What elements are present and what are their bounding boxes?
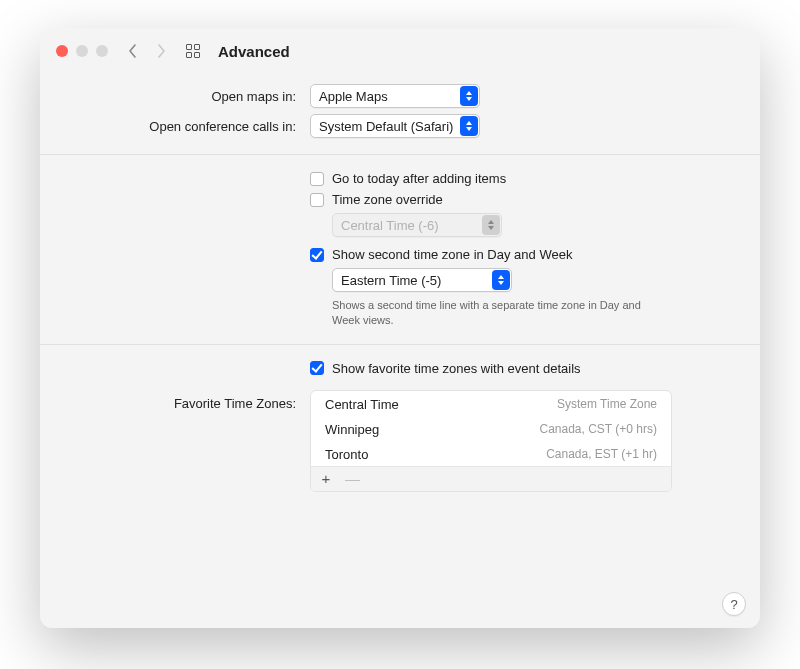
- go-to-today-checkbox[interactable]: [310, 172, 324, 186]
- preferences-body: Open maps in: Apple Maps Open conference…: [40, 74, 760, 628]
- open-conference-label: Open conference calls in:: [66, 119, 296, 134]
- preferences-window: Advanced Open maps in: Apple Maps Open c…: [40, 28, 760, 628]
- nav-back-forward: [126, 44, 168, 58]
- divider: [40, 154, 760, 155]
- titlebar: Advanced: [40, 28, 760, 74]
- list-item[interactable]: Central Time System Time Zone: [311, 391, 671, 416]
- list-item[interactable]: Toronto Canada, EST (+1 hr): [311, 441, 671, 466]
- back-button[interactable]: [126, 44, 140, 58]
- second-timezone-label: Show second time zone in Day and Week: [332, 247, 572, 262]
- help-button[interactable]: ?: [722, 592, 746, 616]
- remove-favorite-button[interactable]: —: [345, 471, 359, 486]
- favorite-timezones-label: Favorite Time Zones:: [66, 390, 296, 411]
- add-favorite-button[interactable]: +: [319, 471, 333, 486]
- forward-button[interactable]: [154, 44, 168, 58]
- minimize-icon[interactable]: [76, 45, 88, 57]
- stepper-icon: [482, 215, 500, 235]
- second-timezone-checkbox[interactable]: [310, 248, 324, 262]
- show-favorites-label: Show favorite time zones with event deta…: [332, 361, 581, 376]
- show-favorites-checkbox[interactable]: [310, 361, 324, 375]
- list-footer: + —: [311, 466, 671, 491]
- open-conference-value: System Default (Safari): [319, 119, 454, 134]
- window-title: Advanced: [218, 43, 290, 60]
- favorite-timezones-list: Central Time System Time Zone Winnipeg C…: [310, 390, 672, 492]
- timezone-override-label: Time zone override: [332, 192, 443, 207]
- stepper-icon: [460, 86, 478, 106]
- second-timezone-select[interactable]: Eastern Time (-5): [332, 268, 512, 292]
- timezone-override-checkbox[interactable]: [310, 193, 324, 207]
- go-to-today-label: Go to today after adding items: [332, 171, 506, 186]
- close-icon[interactable]: [56, 45, 68, 57]
- open-maps-label: Open maps in:: [66, 89, 296, 104]
- list-item[interactable]: Winnipeg Canada, CST (+0 hrs): [311, 416, 671, 441]
- stepper-icon: [460, 116, 478, 136]
- show-all-icon[interactable]: [186, 44, 200, 58]
- open-maps-select[interactable]: Apple Maps: [310, 84, 480, 108]
- zoom-icon[interactable]: [96, 45, 108, 57]
- second-timezone-help: Shows a second time line with a separate…: [332, 298, 652, 328]
- timezone-override-value: Central Time (-6): [341, 218, 476, 233]
- open-maps-value: Apple Maps: [319, 89, 454, 104]
- window-controls: [56, 45, 108, 57]
- timezone-override-select: Central Time (-6): [332, 213, 502, 237]
- second-timezone-value: Eastern Time (-5): [341, 273, 486, 288]
- open-conference-select[interactable]: System Default (Safari): [310, 114, 480, 138]
- stepper-icon: [492, 270, 510, 290]
- divider: [40, 344, 760, 345]
